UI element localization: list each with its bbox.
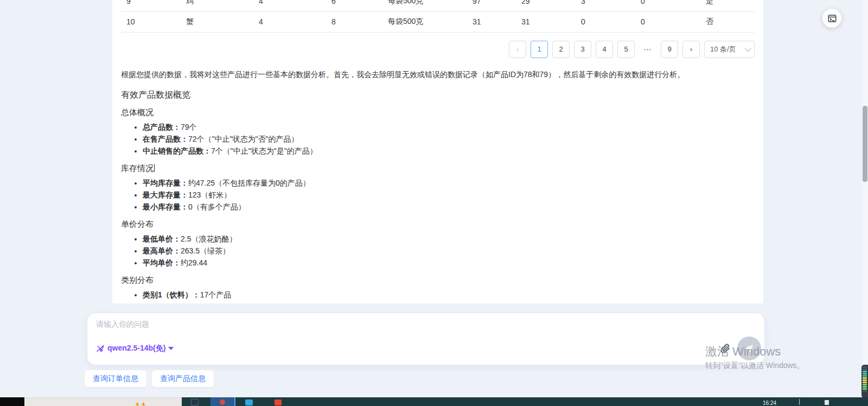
- pagination-ellipsis[interactable]: •••: [639, 46, 656, 53]
- page-size-select[interactable]: 10 条/页: [704, 41, 755, 58]
- pagination-page-9[interactable]: 9: [661, 41, 678, 58]
- table-cell: 31: [516, 11, 576, 32]
- list-item: 最高单价：263.5（绿茶）: [143, 245, 755, 257]
- taskbar-clock[interactable]: 16:24: [763, 400, 776, 406]
- section-inventory: 库存情况 平均库存量：约47.25（不包括库存量为0的产品） 最大库存量：123…: [121, 157, 755, 213]
- item-value: 约47.25（不包括库存量为0的产品）: [188, 179, 310, 187]
- item-value: 72个（"中止"状态为"否"的产品）: [188, 135, 298, 143]
- table-cell: 0: [576, 11, 635, 32]
- list-item: 最大库存量：123（虾米）: [143, 189, 755, 201]
- table-cell: 9: [121, 0, 181, 11]
- terminal-icon: [827, 14, 837, 23]
- item-value: 79个: [181, 123, 197, 131]
- attach-button[interactable]: [719, 342, 732, 355]
- assistant-message: 根据您提供的数据，我将对这些产品进行一些基本的数据分析。首先，我会去除明显无效或…: [121, 69, 755, 301]
- table-cell: 0: [635, 0, 700, 11]
- list-item: 在售产品数：72个（"中止"状态为"否"的产品）: [143, 133, 755, 145]
- taskbar-divider: [799, 399, 800, 405]
- item-label: 类别1（饮料）：: [143, 290, 200, 299]
- message-title: 有效产品数据概览: [121, 90, 755, 101]
- section-price: 单价分布 最低单价：2.5（浪花奶酪） 最高单价：263.5（绿茶） 平均单价：…: [121, 213, 755, 269]
- pagination-page-3[interactable]: 3: [574, 41, 591, 58]
- pagination-page-2[interactable]: 2: [552, 41, 570, 58]
- scrollbar-thumb[interactable]: [863, 106, 867, 182]
- table-cell: 29: [516, 0, 576, 11]
- model-selector[interactable]: qwen2.5-14b(免): [96, 344, 174, 353]
- product-table: 9 鸡 4 6 每袋500克 97 29 3 0 是 10 蟹 4 8 每袋50…: [121, 0, 755, 33]
- item-label: 最大库存量：: [143, 191, 188, 199]
- model-label: qwen2.5-14b(免): [107, 344, 165, 353]
- scrollbar-track[interactable]: [862, 0, 868, 397]
- table-cell: 鸡: [181, 0, 253, 11]
- table-cell: 97: [467, 0, 516, 11]
- pagination-page-4[interactable]: 4: [596, 41, 613, 58]
- section-heading: 总体概况: [121, 107, 154, 118]
- taskbar-active-app[interactable]: [210, 397, 235, 406]
- table-cell: 否: [700, 11, 755, 32]
- item-value: 2.5（浪花奶酪）: [181, 234, 237, 243]
- quick-actions: 查询订单信息 查询产品信息: [85, 370, 214, 387]
- item-value: 约29.44: [181, 258, 207, 267]
- table-cell: 4: [253, 0, 326, 11]
- table-cell: 4: [253, 11, 326, 32]
- item-value: 17个产品: [200, 290, 232, 299]
- table-cell: 每袋500克: [382, 0, 467, 11]
- item-value: 0（有多个产品）: [188, 202, 246, 211]
- table-cell: 6: [326, 0, 382, 11]
- list-item: 最低单价：2.5（浪花奶酪）: [143, 233, 755, 245]
- paper-plane-icon: [744, 343, 755, 354]
- model-plane-icon: [96, 344, 105, 353]
- list-item: 总产品数：79个: [143, 121, 755, 133]
- table-cell: 31: [467, 11, 516, 32]
- table-row: 9 鸡 4 6 每袋500克 97 29 3 0 是: [121, 0, 755, 11]
- item-value: 123（虾米）: [188, 191, 231, 199]
- taskbar-terminal-icon[interactable]: [191, 399, 199, 405]
- chat-panel: 9 鸡 4 6 每袋500克 97 29 3 0 是 10 蟹 4 8 每袋50…: [112, 0, 763, 303]
- pagination-prev-button[interactable]: ‹: [509, 41, 526, 58]
- pagination-next-button[interactable]: ›: [682, 41, 700, 58]
- list-item: 最小库存量：0（有多个产品）: [143, 201, 755, 213]
- item-label: 最低单价：: [143, 234, 181, 243]
- pagination-page-1[interactable]: 1: [531, 41, 548, 58]
- table-cell: 是: [700, 0, 755, 11]
- item-label: 平均库存量：: [143, 179, 188, 187]
- message-intro: 根据您提供的数据，我将对这些产品进行一些基本的数据分析。首先，我会去除明显无效或…: [121, 69, 755, 80]
- taskbar-app-icon-blue[interactable]: [245, 399, 253, 405]
- caret-down-icon: [168, 347, 174, 350]
- item-label: 总产品数：: [143, 123, 181, 131]
- floating-console-button[interactable]: [822, 9, 841, 28]
- table-cell: 每袋500克: [382, 11, 467, 32]
- chevron-down-icon: [745, 45, 752, 52]
- item-value: 263.5（绿茶）: [181, 246, 230, 255]
- table-cell: 3: [576, 0, 635, 11]
- list-item: 平均库存量：约47.25（不包括库存量为0的产品）: [143, 177, 755, 189]
- item-label: 最高单价：: [143, 246, 181, 255]
- list-item: 平均单价：约29.44: [143, 257, 755, 269]
- item-label: 最小库存量：: [143, 202, 188, 211]
- list-item: 类别1（饮料）：17个产品: [143, 289, 755, 301]
- composer: qwen2.5-14b(免): [87, 313, 765, 365]
- quick-action-order-info[interactable]: 查询订单信息: [85, 370, 146, 387]
- send-button[interactable]: [737, 337, 761, 360]
- pagination: ‹ 1 2 3 4 5 ••• 9 › 10 条/页: [121, 41, 755, 58]
- section-heading: 类别分布: [121, 275, 154, 286]
- item-label: 平均单价：: [143, 258, 181, 267]
- pagination-page-5[interactable]: 5: [617, 41, 635, 58]
- quick-action-product-info[interactable]: 查询产品信息: [152, 370, 214, 387]
- item-value: 7个（"中止"状态为"是"的产品）: [211, 147, 317, 155]
- browser-icon: ▲▲: [135, 401, 146, 406]
- taskbar-window-preview[interactable]: [24, 397, 182, 406]
- text-cursor: [154, 164, 155, 172]
- taskbar: ▲▲ 16:24: [0, 397, 868, 406]
- paperclip-icon: [720, 343, 731, 354]
- section-heading: 单价分布: [121, 219, 154, 230]
- page-size-value: 10 条/页: [710, 45, 736, 54]
- section-heading: 库存情况: [121, 163, 155, 174]
- taskbar-dark-segment: [0, 397, 24, 406]
- taskbar-app-icon-red[interactable]: [275, 399, 282, 405]
- list-item: 中止销售的产品数：7个（"中止"状态为"是"的产品）: [143, 145, 755, 157]
- table-row: 10 蟹 4 8 每袋500克 31 31 0 0 否: [121, 11, 755, 32]
- hardware-monitor-widget: [861, 365, 868, 398]
- section-overview: 总体概况 总产品数：79个 在售产品数：72个（"中止"状态为"否"的产品） 中…: [121, 101, 755, 157]
- taskbar-tray-icon[interactable]: [825, 400, 829, 405]
